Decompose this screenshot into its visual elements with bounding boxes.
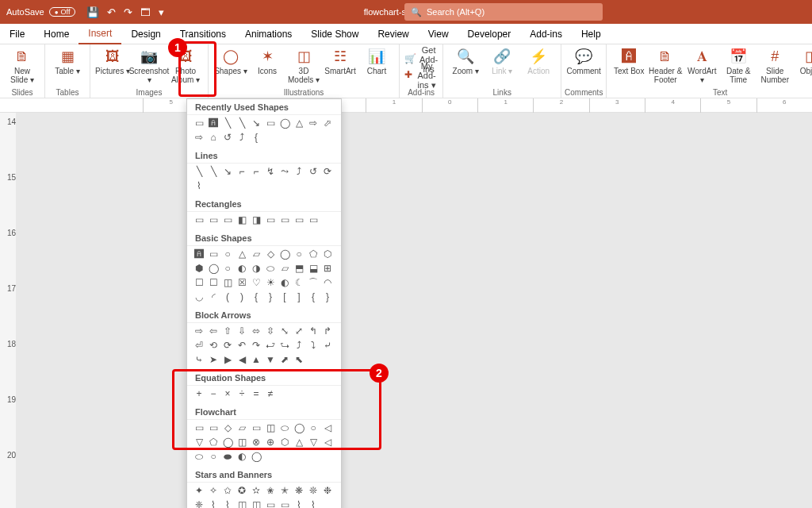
header-footer-button[interactable]: 🗎Header & Footer xyxy=(648,46,683,89)
shape-glyph[interactable]: + xyxy=(193,388,205,399)
shape-glyph[interactable]: ⌐ xyxy=(236,166,247,177)
shape-glyph[interactable]: ⤷ xyxy=(193,354,205,365)
shape-glyph[interactable]: ◡ xyxy=(193,291,205,302)
shape-glyph[interactable]: ⬡ xyxy=(322,248,333,260)
comment-button[interactable]: 💬Comment xyxy=(566,46,601,89)
shape-glyph[interactable]: ⌒ xyxy=(308,277,319,288)
shape-glyph[interactable]: ⬢ xyxy=(193,263,205,274)
shape-glyph[interactable]: ☐ xyxy=(193,277,205,288)
shape-glyph[interactable]: ○ xyxy=(208,451,219,462)
new-slide--button[interactable]: 🗎New Slide ▾ xyxy=(5,46,40,89)
shape-glyph[interactable]: ◧ xyxy=(236,214,247,225)
shape-glyph[interactable]: ◐ xyxy=(279,277,290,288)
shape-glyph[interactable]: ⤴ xyxy=(236,132,247,143)
pictures--button[interactable]: 🖼Pictures ▾ xyxy=(95,46,130,89)
smartart-button[interactable]: ☷SmartArt xyxy=(323,46,358,89)
shape-glyph[interactable]: ⌇ xyxy=(293,499,304,508)
shape-glyph[interactable]: ▭ xyxy=(308,214,319,225)
shape-glyph[interactable]: ✩ xyxy=(222,485,233,496)
shape-glyph[interactable]: ◨ xyxy=(251,214,262,225)
shape-glyph[interactable]: ▭ xyxy=(208,422,219,433)
text-box-button[interactable]: 🅰Text Box xyxy=(611,46,646,89)
shape-glyph[interactable]: ▭ xyxy=(279,499,290,508)
shape-glyph[interactable]: ⤡ xyxy=(279,325,290,337)
shape-glyph[interactable]: ⇳ xyxy=(265,325,276,337)
shape-glyph[interactable]: ⇦ xyxy=(208,325,219,337)
shape-glyph[interactable]: ⬈ xyxy=(279,354,290,365)
shape-glyph[interactable]: ⌇ xyxy=(222,499,233,508)
shape-glyph[interactable]: ⟳ xyxy=(322,166,333,177)
shape-glyph[interactable]: ⤴ xyxy=(293,340,304,351)
shape-glyph[interactable]: ▱ xyxy=(236,422,247,433)
shape-glyph[interactable]: [ xyxy=(279,291,290,302)
tab-review[interactable]: Review xyxy=(368,24,418,44)
tab-design[interactable]: Design xyxy=(121,24,170,44)
my-add-ins--button[interactable]: ✚My Add-ins ▾ xyxy=(404,68,438,83)
shape-glyph[interactable]: ⬭ xyxy=(265,263,276,274)
shape-glyph[interactable]: ◯ xyxy=(293,422,304,433)
shape-glyph[interactable]: ↷ xyxy=(251,340,262,351)
shape-glyph[interactable]: ◀ xyxy=(236,354,247,365)
shape-glyph[interactable]: ☒ xyxy=(236,277,247,288)
shape-glyph[interactable]: ⇧ xyxy=(222,325,233,337)
shape-glyph[interactable]: ⌇ xyxy=(208,499,219,508)
slide-number-button[interactable]: #Slide Number xyxy=(757,46,792,89)
shape-glyph[interactable]: ♡ xyxy=(251,277,262,288)
tab-animations[interactable]: Animations xyxy=(236,24,301,44)
shape-glyph[interactable]: △ xyxy=(236,248,247,260)
shape-glyph[interactable]: ◯ xyxy=(222,437,233,448)
shape-glyph[interactable]: ⊗ xyxy=(251,437,262,448)
shape-glyph[interactable]: = xyxy=(251,388,262,399)
date-time-button[interactable]: 📅Date & Time xyxy=(721,46,756,89)
shape-glyph[interactable]: ╲ xyxy=(193,166,205,177)
3d-models--button[interactable]: ◫3D Models ▾ xyxy=(286,46,321,89)
shape-glyph[interactable]: ◑ xyxy=(251,263,262,274)
shape-glyph[interactable]: ↯ xyxy=(265,166,276,177)
shape-glyph[interactable]: ⬄ xyxy=(251,325,262,337)
shape-glyph[interactable]: ⇨ xyxy=(193,132,205,143)
shape-glyph[interactable]: ⟳ xyxy=(222,340,233,351)
shape-glyph[interactable]: ✧ xyxy=(208,485,219,496)
shape-glyph[interactable]: ≠ xyxy=(265,388,276,399)
shape-glyph[interactable]: ▭ xyxy=(251,422,262,433)
shape-glyph[interactable]: ↘ xyxy=(222,166,233,177)
shape-glyph[interactable]: 🅰 xyxy=(193,248,205,260)
shape-glyph[interactable]: ⬒ xyxy=(293,263,304,274)
tab-slide-show[interactable]: Slide Show xyxy=(301,24,368,44)
shape-glyph[interactable]: ◁ xyxy=(322,437,333,448)
shape-glyph[interactable]: ↘ xyxy=(251,117,262,129)
qat-button-0[interactable]: 💾 xyxy=(86,6,99,18)
shape-glyph[interactable]: ▭ xyxy=(265,499,276,508)
shape-glyph[interactable]: ⬡ xyxy=(279,437,290,448)
shape-glyph[interactable]: ○ xyxy=(222,248,233,260)
screenshot--button[interactable]: 📷Screenshot ▾ xyxy=(132,46,167,89)
shape-glyph[interactable]: ⇨ xyxy=(308,117,319,129)
shape-glyph[interactable]: ◇ xyxy=(265,248,276,260)
shape-glyph[interactable]: ⏎ xyxy=(193,340,205,351)
shape-glyph[interactable]: 🅰 xyxy=(208,117,219,129)
shape-glyph[interactable]: ▽ xyxy=(308,437,319,448)
shapes--button[interactable]: ◯Shapes ▾ xyxy=(213,46,248,89)
shape-glyph[interactable]: ◯ xyxy=(208,263,219,274)
tab-add-ins[interactable]: Add-ins xyxy=(520,24,572,44)
shape-glyph[interactable]: ▭ xyxy=(293,214,304,225)
chart-button[interactable]: 📊Chart xyxy=(359,46,394,89)
shape-glyph[interactable]: ◫ xyxy=(222,277,233,288)
shape-glyph[interactable]: ☀ xyxy=(265,277,276,288)
shape-glyph[interactable]: ❋ xyxy=(293,485,304,496)
shape-glyph[interactable]: ↰ xyxy=(308,325,319,337)
qat-button-4[interactable]: ▾ xyxy=(159,6,164,18)
shape-glyph[interactable]: ❈ xyxy=(193,499,205,508)
shape-glyph[interactable]: △ xyxy=(293,117,304,129)
shape-glyph[interactable]: ▱ xyxy=(251,248,262,260)
shape-glyph[interactable]: ⬓ xyxy=(308,263,319,274)
shape-glyph[interactable]: ⬠ xyxy=(208,437,219,448)
shape-glyph[interactable]: ▭ xyxy=(193,422,205,433)
shape-glyph[interactable]: ✪ xyxy=(236,485,247,496)
shape-glyph[interactable]: ⬠ xyxy=(308,248,319,260)
shape-glyph[interactable]: ◯ xyxy=(279,248,290,260)
shape-glyph[interactable]: ╲ xyxy=(222,117,233,129)
shape-glyph[interactable]: ⬭ xyxy=(279,422,290,433)
tab-developer[interactable]: Developer xyxy=(458,24,521,44)
shape-glyph[interactable]: ╲ xyxy=(208,166,219,177)
